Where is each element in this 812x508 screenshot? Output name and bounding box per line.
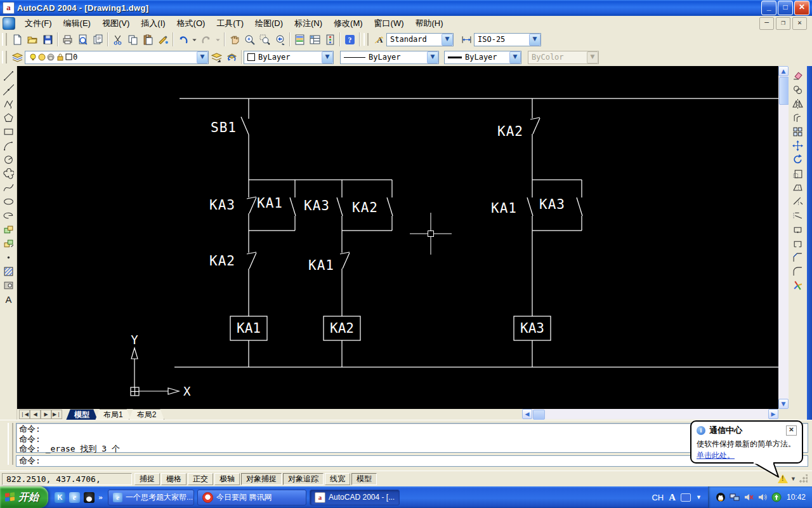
make-layer-current-icon[interactable] (209, 50, 224, 65)
resize-grip[interactable] (799, 474, 808, 483)
balloon-link[interactable]: 单击此处。 (697, 451, 735, 460)
doc-restore-button[interactable]: ❐ (776, 17, 790, 30)
close-button[interactable]: ✕ (794, 1, 809, 15)
drawing-canvas[interactable]: Y X KA1KA2KA3SB1KA2KA3KA1KA3KA2KA1KA3KA2… (17, 66, 778, 409)
redo-icon[interactable] (199, 32, 214, 47)
plot-icon[interactable] (60, 32, 75, 47)
arc-icon[interactable] (1, 138, 16, 152)
toolbar-grip[interactable] (2, 33, 7, 46)
layers-icon[interactable] (10, 50, 25, 65)
line-icon[interactable] (1, 69, 16, 83)
horizontal-scroll-thumb[interactable] (533, 410, 545, 420)
multiline-text-icon[interactable]: A (1, 292, 16, 306)
pan-icon[interactable] (226, 32, 242, 47)
polar-toggle[interactable]: 极轴 (214, 473, 240, 485)
scroll-right-icon[interactable]: ▶ (768, 409, 778, 419)
spline-icon[interactable] (1, 180, 16, 194)
ime-mode-icon[interactable]: A (669, 492, 676, 503)
layer-combo[interactable]: 0 ▼ (25, 51, 209, 64)
menu-tools[interactable]: 工具(T) (211, 16, 249, 31)
menu-draw[interactable]: 绘图(D) (249, 16, 289, 31)
chevron-down-icon[interactable]: ▼ (509, 51, 521, 64)
quicklaunch-qq-icon[interactable] (84, 492, 95, 503)
chevron-down-icon[interactable]: ▼ (322, 51, 333, 64)
first-tab-icon[interactable]: ❘◀ (19, 410, 30, 419)
tab-layout1[interactable]: 布局1 (95, 409, 131, 420)
lineweight-combo[interactable]: ByLayer ▼ (444, 51, 521, 64)
rotate-icon[interactable] (790, 152, 805, 166)
volume-tray-icon[interactable] (757, 492, 768, 502)
text-style-combo[interactable]: Standard ▼ (386, 33, 454, 46)
point-icon[interactable] (1, 250, 16, 264)
maximize-button[interactable]: □ (778, 1, 793, 15)
match-properties-icon[interactable] (155, 32, 171, 47)
help-icon[interactable]: ? (342, 32, 357, 47)
text-style-icon[interactable]: A (371, 32, 386, 47)
title-bar[interactable]: a AutoCAD 2004 - [Drawing1.dwg] _ □ ✕ (0, 0, 812, 16)
chamfer-icon[interactable] (790, 250, 805, 264)
break-at-point-icon[interactable] (790, 222, 805, 236)
status-tray-caret-icon[interactable]: ▼ (790, 476, 796, 482)
polyline-icon[interactable] (1, 97, 16, 110)
save-icon[interactable] (40, 32, 55, 47)
doc-close-button[interactable]: ✕ (792, 17, 807, 30)
command-window-grip[interactable] (8, 423, 13, 465)
menu-view[interactable]: 视图(V) (96, 16, 135, 31)
copy-object-icon[interactable] (790, 83, 805, 97)
stretch-icon[interactable] (790, 180, 805, 194)
snap-toggle[interactable]: 捕捉 (134, 473, 160, 485)
zoom-previous-icon[interactable] (272, 32, 287, 47)
command-input[interactable]: 命令: (16, 455, 808, 467)
layer-previous-icon[interactable] (224, 50, 239, 65)
toolbar-grip[interactable] (2, 51, 7, 64)
region-icon[interactable] (1, 278, 16, 292)
paste-icon[interactable] (140, 32, 155, 47)
last-tab-icon[interactable]: ▶❘ (51, 410, 62, 419)
mute-tray-icon[interactable] (743, 492, 754, 502)
properties-icon[interactable] (292, 32, 307, 47)
ortho-toggle[interactable]: 正交 (188, 473, 213, 485)
quicklaunch-browser-icon[interactable]: e (69, 492, 80, 503)
redo-dropdown-icon[interactable] (214, 32, 222, 47)
extend-icon[interactable] (790, 208, 805, 222)
tab-layout2[interactable]: 布局2 (129, 409, 165, 420)
copy-icon[interactable] (125, 32, 140, 47)
tool-palettes-icon[interactable] (322, 32, 337, 47)
open-icon[interactable] (25, 32, 40, 47)
toolbar-grip[interactable] (363, 33, 369, 46)
chevron-down-icon[interactable]: ▼ (442, 34, 453, 46)
scroll-left-icon[interactable]: ◀ (522, 409, 532, 419)
menu-format[interactable]: 格式(O) (171, 16, 211, 31)
menu-window[interactable]: 窗口(W) (369, 16, 410, 31)
balloon-close-icon[interactable]: ✕ (786, 425, 797, 436)
new-icon[interactable] (10, 32, 25, 47)
osnap-toggle[interactable]: 对象捕捉 (241, 473, 282, 485)
linetype-combo[interactable]: ByLayer ▼ (340, 51, 439, 64)
network-tray-icon[interactable] (730, 492, 740, 502)
ellipse-arc-icon[interactable] (1, 208, 16, 222)
task-browser-2[interactable]: 今日要闻 腾讯网 (197, 490, 306, 505)
prev-tab-icon[interactable]: ◀ (30, 410, 41, 419)
offset-icon[interactable] (790, 110, 805, 124)
language-indicator[interactable]: CH (652, 493, 664, 502)
horizontal-scrollbar[interactable]: ◀ ▶ (522, 409, 778, 419)
zoom-realtime-icon[interactable] (242, 32, 257, 47)
grid-toggle[interactable]: 栅格 (161, 473, 187, 485)
ellipse-icon[interactable] (1, 194, 16, 208)
fillet-icon[interactable] (790, 264, 805, 278)
language-options-icon[interactable]: ▼ (696, 494, 702, 500)
quicklaunch-k-icon[interactable]: K (55, 492, 65, 503)
qq-tray-icon[interactable] (716, 492, 726, 502)
command-history[interactable]: 命令: 命令: 命令: _erase 找到 3 个 (16, 423, 808, 453)
menu-insert[interactable]: 插入(I) (135, 16, 171, 31)
polygon-icon[interactable] (1, 110, 16, 124)
erase-icon[interactable] (790, 69, 805, 83)
zoom-window-icon[interactable] (257, 32, 272, 47)
keyboard-icon[interactable] (681, 493, 691, 502)
publish-icon[interactable] (90, 32, 105, 47)
explode-icon[interactable] (790, 278, 805, 292)
array-icon[interactable] (790, 124, 805, 138)
construction-line-icon[interactable] (1, 83, 16, 97)
model-toggle[interactable]: 模型 (351, 473, 377, 485)
circle-icon[interactable] (1, 152, 16, 166)
